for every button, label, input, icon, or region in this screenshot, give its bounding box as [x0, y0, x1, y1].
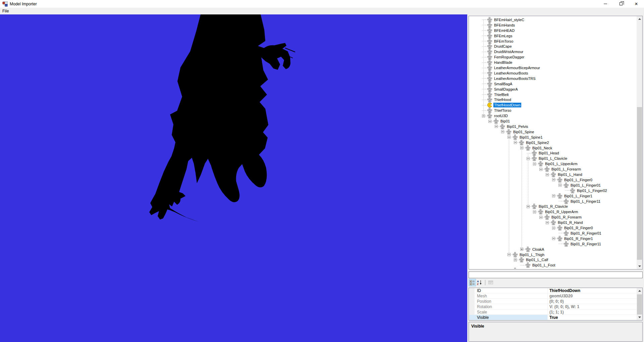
tree-item-Bip01_R_Finger11[interactable]: Bip01_R_Finger11 [469, 241, 602, 247]
collapse-icon[interactable] [514, 141, 517, 144]
tree-item-label[interactable]: Bip01_R_Hand [557, 220, 584, 225]
selected-object-box[interactable] [469, 272, 643, 278]
tree-item-label[interactable]: Bip01_L_Clavicle [538, 156, 568, 161]
close-button[interactable]: × [629, 0, 644, 8]
tree-item-label[interactable]: Bip01_Spine [513, 130, 535, 134]
tree-item-Bip01_L_Finger02[interactable]: Bip01_L_Finger02 [469, 188, 608, 193]
tree-item-label[interactable]: SmallDaggerA [493, 87, 519, 92]
tree-item-label[interactable]: Bip01_R_Clavicle [538, 204, 569, 209]
tree-item-SmallBagA[interactable]: SmallBagA [469, 81, 513, 87]
tree-scrollbar[interactable] [637, 16, 642, 269]
tree-item-CloakA[interactable]: CloakA [469, 247, 545, 252]
tree-scrollbar-thumb[interactable] [637, 107, 642, 260]
collapse-icon[interactable] [495, 125, 498, 128]
tree-item-label[interactable]: Bip01_L_Foot [532, 263, 556, 267]
tree-item-label[interactable]: Bip01_Spine2 [525, 140, 550, 145]
property-value[interactable]: V: (0; 0; 0), W: 1 [548, 304, 637, 309]
tree-item-label[interactable]: Bip01_L_UpperArm [544, 161, 578, 166]
tree-item-label[interactable]: ThiefTorso [493, 108, 512, 113]
tree-item-Bip01_Spine[interactable]: Bip01_Spine [469, 129, 535, 135]
tree-item-label[interactable]: LeatherArmourBicepArmour [493, 65, 541, 70]
tree-item-rootU3D[interactable]: rootU3D [469, 113, 508, 118]
tree-item-label[interactable]: Bip01 [500, 119, 511, 124]
tree-item-Bip01_L_Finger11[interactable]: Bip01_L_Finger11 [469, 199, 601, 204]
property-grid[interactable]: IDThiefHoodDownMeshgeomU3D20Position(0; … [469, 288, 643, 321]
tree-item-ThiefBelt[interactable]: ThiefBelt [469, 92, 509, 97]
property-row-scale[interactable]: Scale(1; 1; 1) [469, 309, 637, 315]
tree-item-DruidWristArmour[interactable]: DruidWristArmour [469, 49, 524, 54]
tree-item-label[interactable]: Bip01_L_Finger11 [570, 199, 601, 204]
collapse-icon[interactable] [546, 173, 549, 176]
tree-item-Bip01_Spine1[interactable]: Bip01_Spine1 [469, 135, 543, 140]
tree-item-label[interactable]: Bip01_R_Finger11 [570, 242, 602, 246]
tree-item-Bip01_R_Clavicle[interactable]: Bip01_R_Clavicle [469, 204, 569, 209]
grid-scrollbar-thumb[interactable] [637, 294, 642, 314]
tree-item-label[interactable]: Bip01_L_Finger02 [576, 188, 608, 193]
tree-item-label[interactable]: Bip01_R_Finger01 [570, 231, 602, 236]
property-row-position[interactable]: Position(0; 0; 0) [469, 299, 637, 304]
tree-item-Bip01_L_Calf[interactable]: Bip01_L_Calf [469, 257, 549, 263]
tree-item-Bip01_L_Finger01[interactable]: Bip01_L_Finger01 [469, 183, 601, 188]
tree-item-label[interactable]: LeatherArmourBootsTRS [493, 76, 536, 81]
tree-item-Bip01_R_Hand[interactable]: Bip01_R_Hand [469, 220, 584, 225]
property-value[interactable]: (1; 1; 1) [548, 309, 637, 314]
tree-item-label[interactable]: Bip01_Spine1 [519, 135, 543, 140]
tree-item-BFEmHEAD[interactable]: BFEmHEAD [469, 28, 515, 33]
tree-item-label[interactable]: Bip01_L_Thigh [519, 252, 545, 257]
collapse-icon[interactable] [533, 162, 536, 165]
tree-item-Bip01_Neck[interactable]: Bip01_Neck [469, 145, 553, 151]
tree-item-Bip01_L_Finger0[interactable]: Bip01_L_Finger0 [469, 177, 593, 183]
tree-item-Bip01_L_Thigh[interactable]: Bip01_L_Thigh [469, 252, 545, 257]
tree-item-Bip01_L_Hand[interactable]: Bip01_L_Hand [469, 172, 583, 177]
tree-item-label[interactable]: SmallBagA [493, 82, 513, 86]
tree-item-label[interactable]: BFEmTorso [493, 39, 514, 44]
tree-item-Bip01_L_UpperArm[interactable]: Bip01_L_UpperArm [469, 161, 578, 166]
collapse-icon[interactable] [552, 227, 555, 230]
restore-button[interactable] [613, 0, 629, 8]
scroll-up-icon[interactable] [637, 288, 642, 294]
scroll-down-icon[interactable] [637, 263, 642, 269]
tree-item-LeatherArmourBoots[interactable]: LeatherArmourBoots [469, 70, 529, 76]
property-row-rotation[interactable]: RotationV: (0; 0; 0), W: 1 [469, 304, 637, 309]
tree-item-HandBlade[interactable]: HandBlade [469, 60, 513, 65]
tree-item-label[interactable]: DruidCape [493, 44, 513, 49]
collapse-icon[interactable] [552, 237, 555, 240]
tree-item-Bip01_L_Forearm[interactable]: Bip01_L_Forearm [469, 166, 582, 172]
tree-item-label[interactable]: Bip01_Pelvis [506, 124, 529, 129]
property-value[interactable]: True [548, 315, 637, 320]
tree-item-label[interactable]: BFEmHairl_styleC [493, 17, 525, 22]
tree-item-label[interactable]: BFEmHands [493, 23, 516, 28]
scroll-up-icon[interactable] [637, 16, 642, 22]
tree-item-Bip01_R_Finger1[interactable]: Bip01_R_Finger1 [469, 236, 594, 241]
tree-item-label[interactable]: CloakA [532, 247, 545, 252]
tree-item-label[interactable]: Bip01_L_Calf [525, 257, 549, 262]
collapse-icon[interactable] [552, 194, 555, 197]
collapse-icon[interactable] [546, 221, 549, 224]
scroll-down-icon[interactable] [637, 314, 642, 320]
categorized-button[interactable] [469, 279, 476, 286]
tree-item-Bip01_R_Forearm[interactable]: Bip01_R_Forearm [469, 214, 582, 220]
tree-item-label[interactable]: Bip01_Head [538, 151, 560, 155]
tree-item-label[interactable]: Bip01_L_Finger0 [564, 178, 593, 182]
tree-item-LeatherArmourBicepArmour[interactable]: LeatherArmourBicepArmour [469, 65, 541, 70]
tree-item-Bip01_Head[interactable]: Bip01_Head [469, 151, 560, 156]
model-viewport[interactable] [0, 14, 467, 342]
collapse-icon[interactable] [539, 216, 542, 219]
scene-tree[interactable]: BFEmHairl_styleC BFEmHands BFEmHEAD [469, 16, 643, 270]
tree-item-BFEmLegs[interactable]: BFEmLegs [469, 33, 513, 39]
collapse-icon[interactable] [552, 178, 555, 181]
tree-item-label[interactable]: ThiefHoodDown [493, 103, 521, 107]
tree-item-label[interactable]: Bip01_R_Forearm [551, 215, 582, 219]
property-value[interactable]: ThiefHoodDown [548, 288, 637, 293]
tree-item-label[interactable]: BFEmHEAD [493, 28, 515, 33]
property-row-visible[interactable]: VisibleTrue [469, 315, 637, 320]
tree-item-label[interactable]: ThiefHood [493, 97, 512, 102]
tree-item-Bip01_Pelvis[interactable]: Bip01_Pelvis [469, 124, 529, 129]
minimize-button[interactable] [598, 0, 613, 8]
tree-item-label[interactable]: Bip01_L_Finger1 [564, 194, 593, 198]
tree-item-partial[interactable] [469, 268, 518, 269]
tree-item-Bip01_L_Finger1[interactable]: Bip01_L_Finger1 [469, 193, 593, 199]
tree-item-label[interactable]: Bip01_R_UpperArm [544, 209, 579, 214]
tree-item-label[interactable]: LeatherArmourBoots [493, 71, 529, 76]
collapse-icon[interactable] [501, 130, 504, 133]
